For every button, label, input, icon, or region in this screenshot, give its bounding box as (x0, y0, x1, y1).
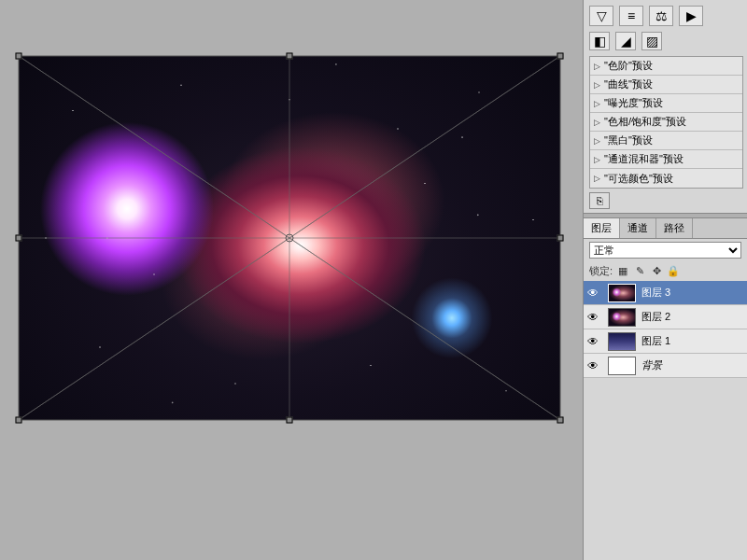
blend-mode-row: 正常 (584, 239, 747, 261)
expand-icon: ▷ (594, 136, 600, 146)
new-adjustment-button[interactable]: ⎘ (589, 192, 610, 209)
expand-icon: ▷ (594, 62, 600, 71)
transform-handle-ne[interactable] (557, 53, 564, 60)
layer-thumbnail[interactable] (608, 357, 636, 375)
adjustment-icon-1[interactable]: ≡ (619, 6, 643, 26)
preset-label: "曲线"预设 (604, 77, 653, 91)
tab-paths[interactable]: 路径 (656, 218, 693, 238)
adjustment-icon-2[interactable]: ⚖ (649, 6, 673, 26)
expand-icon: ▷ (594, 80, 600, 90)
layer-thumbnail[interactable] (608, 308, 636, 327)
preset-bw[interactable]: ▷"黑白"预设 (590, 132, 742, 150)
transform-handle-w[interactable] (16, 235, 22, 242)
transform-handle-n[interactable] (287, 53, 293, 60)
layer-row-background[interactable]: 👁 背景 (584, 354, 747, 378)
preset-hue-sat[interactable]: ▷"色相/饱和度"预设 (590, 113, 742, 132)
preset-label: "色相/饱和度"预设 (604, 115, 686, 129)
tab-layers[interactable]: 图层 (584, 218, 620, 238)
presets-list: ▷"色阶"预设 ▷"曲线"预设 ▷"曝光度"预设 ▷"色相/饱和度"预设 ▷"黑… (589, 56, 743, 189)
canvas-container (19, 56, 560, 420)
layer-thumbnail[interactable] (608, 284, 636, 302)
workspace (0, 0, 583, 560)
layer-name: 图层 3 (641, 286, 747, 300)
adjustment-icons-row1: ▽ ≡ ⚖ ▶ (589, 6, 743, 26)
expand-icon: ▷ (594, 155, 600, 164)
preset-label: "通道混和器"预设 (604, 152, 684, 166)
visibility-icon[interactable]: 👁 (584, 311, 602, 324)
preset-label: "曝光度"预设 (604, 96, 663, 110)
panel-tabs: 图层 通道 路径 (584, 218, 747, 239)
layer-row-1[interactable]: 👁 图层 1 (584, 329, 747, 354)
expand-icon: ▷ (594, 118, 600, 127)
right-panel: ▽ ≡ ⚖ ▶ ◧ ◢ ▨ ▷"色阶"预设 ▷"曲线"预设 ▷"曝光度"预设 ▷… (583, 0, 747, 560)
adjustment-icons-row2: ◧ ◢ ▨ (589, 32, 743, 50)
canvas[interactable] (19, 56, 560, 420)
layer-list: 👁 图层 3 👁 图层 2 👁 图层 1 👁 背景 (584, 281, 747, 378)
transform-handle-e[interactable] (557, 235, 564, 242)
lock-row: 锁定: ▦ ✎ ✥ 🔒 (584, 261, 747, 281)
preset-channel-mixer[interactable]: ▷"通道混和器"预设 (590, 150, 742, 169)
transform-handle-sw[interactable] (16, 417, 22, 424)
lock-pixels-icon[interactable]: ✎ (633, 265, 646, 278)
adjustment-icon-3[interactable]: ▶ (679, 6, 703, 26)
adjustment-icon-0[interactable]: ▽ (589, 6, 613, 26)
visibility-icon[interactable]: 👁 (584, 359, 602, 372)
lock-label: 锁定: (589, 264, 613, 278)
adjustment-icon-6[interactable]: ▨ (641, 32, 662, 50)
presets-footer: ⎘ (584, 189, 747, 213)
expand-icon: ▷ (594, 174, 600, 183)
visibility-icon[interactable]: 👁 (584, 287, 602, 300)
preset-label: "可选颜色"预设 (604, 172, 673, 186)
starfield (19, 56, 560, 420)
adjustment-icon-5[interactable]: ◢ (615, 32, 636, 50)
lock-position-icon[interactable]: ✥ (650, 265, 663, 278)
expand-icon: ▷ (594, 99, 600, 108)
visibility-icon[interactable]: 👁 (584, 335, 602, 348)
transform-handle-nw[interactable] (16, 53, 22, 60)
preset-label: "色阶"预设 (604, 59, 653, 73)
layer-row-2[interactable]: 👁 图层 2 (584, 305, 747, 329)
preset-exposure[interactable]: ▷"曝光度"预设 (590, 94, 742, 113)
transform-handle-s[interactable] (287, 417, 293, 424)
transform-handle-se[interactable] (557, 417, 564, 424)
preset-selective-color[interactable]: ▷"可选颜色"预设 (590, 169, 742, 188)
preset-curves[interactable]: ▷"曲线"预设 (590, 76, 742, 94)
adjustment-icon-4[interactable]: ◧ (589, 32, 610, 50)
preset-label: "黑白"预设 (604, 133, 653, 147)
preset-levels[interactable]: ▷"色阶"预设 (590, 57, 742, 76)
layer-name: 图层 2 (641, 310, 747, 324)
lock-transparency-icon[interactable]: ▦ (616, 265, 629, 278)
tab-channels[interactable]: 通道 (620, 218, 656, 238)
lock-all-icon[interactable]: 🔒 (667, 265, 680, 278)
layer-name: 图层 1 (641, 334, 747, 348)
layer-name: 背景 (641, 358, 747, 372)
layer-thumbnail[interactable] (608, 332, 636, 351)
layer-row-3[interactable]: 👁 图层 3 (584, 281, 747, 305)
blend-mode-select[interactable]: 正常 (589, 242, 741, 259)
